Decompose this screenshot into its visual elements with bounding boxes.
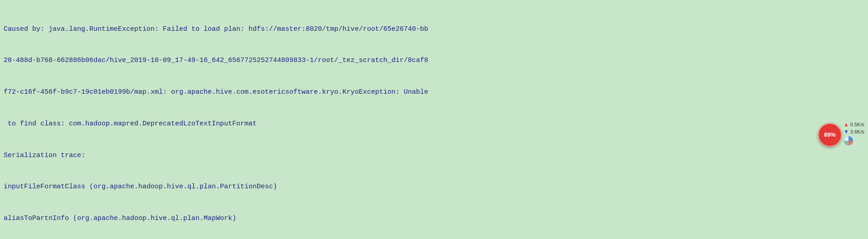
log-line-5: Serialization trace: <box>4 150 864 161</box>
download-arrow-icon: ▼ <box>844 129 849 135</box>
cpu-badge[interactable]: 89% <box>818 123 842 147</box>
download-value: 3.6K/s <box>850 129 864 134</box>
pie-chart-container <box>844 136 864 148</box>
download-stat: ▼ 3.6K/s <box>844 129 864 135</box>
network-stats: ▲ 0.5K/s ▼ 3.6K/s <box>844 121 864 148</box>
log-output: Caused by: java.lang.RuntimeException: F… <box>0 0 868 239</box>
log-line-7: aliasToPartnInfo (org.apache.hadoop.hive… <box>4 213 864 224</box>
network-pie-chart <box>844 136 853 146</box>
log-line-1: Caused by: java.lang.RuntimeException: F… <box>4 24 864 34</box>
log-line-2: 28-488d-b768-662886b06dac/hive_2019-10-0… <box>4 55 864 66</box>
cpu-percentage: 89% <box>824 131 836 138</box>
upload-value: 0.5K/s <box>850 122 864 127</box>
log-line-3: f72-c16f-456f-b9c7-19c01eb0199b/map.xml:… <box>4 87 864 97</box>
upload-arrow-icon: ▲ <box>844 121 849 128</box>
upload-stat: ▲ 0.5K/s <box>844 121 864 128</box>
log-line-4: to find class: com.hadoop.mapred.Depreca… <box>4 119 864 129</box>
network-widget[interactable]: 89% ▲ 0.5K/s ▼ 3.6K/s <box>818 121 864 148</box>
log-line-6: inputFileFormatClass (org.apache.hadoop.… <box>4 182 864 192</box>
